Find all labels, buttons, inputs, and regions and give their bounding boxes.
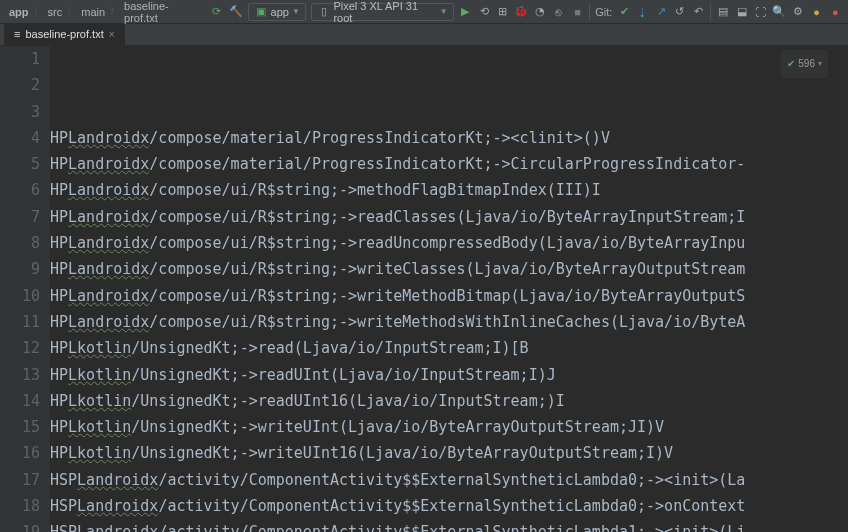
run-config-selector[interactable]: ▣ app ▼ [248, 3, 306, 21]
chevron-down-icon: ▼ [440, 7, 448, 16]
tab-baseline-prof[interactable]: ≡ baseline-prof.txt × [4, 23, 125, 45]
chevron-down-icon: ▼ [292, 7, 300, 16]
token-rest: /compose/material/ProgressIndicatorKt;->… [149, 129, 610, 147]
code-area[interactable]: ✔ 596 ▾ HPLandroidx/compose/material/Pro… [50, 46, 848, 532]
toolbar-right: ⟳ 🔨 ▣ app ▼ ▯ Pixel 3 XL API 31 root ▼ ▶… [210, 3, 842, 21]
profile-icon[interactable]: ◔ [533, 5, 547, 19]
token-class: Landroidx [68, 260, 149, 278]
error-dot-icon[interactable]: ● [828, 5, 842, 19]
toolbar-separator [589, 4, 590, 20]
code-line[interactable]: HPLandroidx/compose/ui/R$string;->method… [50, 177, 848, 203]
device-selector[interactable]: ▯ Pixel 3 XL API 31 root ▼ [311, 3, 454, 21]
token-prefix: HSP [50, 523, 77, 532]
sync-icon[interactable]: ⟳ [210, 5, 224, 19]
breadcrumb-seg-app[interactable]: app [6, 6, 32, 18]
search-icon[interactable]: 🔍 [772, 5, 786, 19]
settings-icon[interactable]: ⚙ [791, 5, 805, 19]
code-line[interactable]: HPLandroidx/compose/ui/R$string;->writeC… [50, 256, 848, 282]
phone-icon: ▯ [317, 5, 331, 19]
run-button[interactable]: ▶ [459, 5, 473, 19]
token-rest: /activity/ComponentActivity$$ExternalSyn… [158, 471, 745, 489]
code-line[interactable]: HPLkotlin/UnsignedKt;->readUInt(Ljava/io… [50, 362, 848, 388]
token-prefix: HP [50, 392, 68, 410]
breadcrumb-sep: 〉 [110, 5, 119, 18]
line-number: 19 [0, 519, 40, 532]
git-push-icon[interactable]: ↗ [655, 5, 669, 19]
line-number: 2 [0, 72, 40, 98]
code-line[interactable]: HPLkotlin/UnsignedKt;->readUInt16(Ljava/… [50, 388, 848, 414]
token-rest: /compose/ui/R$string;->writeMethodBitmap… [149, 287, 745, 305]
attach-icon[interactable]: ⎋ [552, 5, 566, 19]
elephant-icon[interactable]: ⛶ [754, 5, 768, 19]
stop-button[interactable]: ■ [571, 5, 585, 19]
line-number: 9 [0, 256, 40, 282]
code-line[interactable]: HPLkotlin/UnsignedKt;->writeUInt(Ljava/i… [50, 414, 848, 440]
line-number: 3 [0, 99, 40, 125]
breadcrumb[interactable]: app 〉 src 〉 main 〉 baseline-prof.txt [6, 0, 202, 24]
token-prefix: HP [50, 155, 68, 173]
line-number: 12 [0, 335, 40, 361]
code-line[interactable]: HPLandroidx/compose/ui/R$string;->readCl… [50, 204, 848, 230]
token-rest: /compose/ui/R$string;->readUncompressedB… [149, 234, 745, 252]
hammer-icon[interactable]: 🔨 [229, 5, 243, 19]
inspection-count: 596 [798, 51, 815, 77]
code-line[interactable]: HSPLandroidx/activity/ComponentActivity$… [50, 467, 848, 493]
breadcrumb-seg-file[interactable]: baseline-prof.txt [121, 0, 202, 24]
warning-dot-icon[interactable]: ● [810, 5, 824, 19]
code-line[interactable]: HPLandroidx/compose/ui/R$string;->writeM… [50, 309, 848, 335]
code-line[interactable]: HPLkotlin/UnsignedKt;->read(Ljava/io/Inp… [50, 335, 848, 361]
git-commit-icon[interactable]: ✔ [617, 5, 631, 19]
code-line[interactable]: HPLandroidx/compose/material/ProgressInd… [50, 151, 848, 177]
token-class: Landroidx [68, 287, 149, 305]
git-rollback-icon[interactable]: ↶ [692, 5, 706, 19]
debug-button[interactable]: 🐞 [514, 5, 528, 19]
device-label: Pixel 3 XL API 31 root [333, 0, 436, 24]
code-line[interactable]: HPLkotlin/UnsignedKt;->writeUInt16(Ljava… [50, 440, 848, 466]
code-line[interactable]: HSPLandroidx/activity/ComponentActivity$… [50, 493, 848, 519]
token-prefix: HSP [50, 471, 77, 489]
main-toolbar: app 〉 src 〉 main 〉 baseline-prof.txt ⟳ 🔨… [0, 0, 848, 24]
token-class: Landroidx [68, 155, 149, 173]
sdk-icon[interactable]: ⬓ [735, 5, 749, 19]
token-class: Lkotlin [68, 339, 131, 357]
token-rest: /activity/ComponentActivity$$ExternalSyn… [158, 497, 745, 515]
line-number: 16 [0, 440, 40, 466]
git-history-icon[interactable]: ↺ [673, 5, 687, 19]
token-class: Landroidx [68, 129, 149, 147]
coverage-icon[interactable]: ⊞ [496, 5, 510, 19]
token-rest: /compose/ui/R$string;->writeClasses(Ljav… [149, 260, 745, 278]
token-class: Landroidx [77, 471, 158, 489]
inspection-chip[interactable]: ✔ 596 ▾ [781, 50, 828, 78]
editor-tabs: ≡ baseline-prof.txt × [0, 24, 848, 46]
git-update-icon[interactable]: ⭭ [636, 5, 650, 19]
line-number: 8 [0, 230, 40, 256]
line-number: 10 [0, 283, 40, 309]
token-rest: /UnsignedKt;->writeUInt(Ljava/io/ByteArr… [131, 418, 664, 436]
apply-changes-icon[interactable]: ⟲ [477, 5, 491, 19]
android-icon: ▣ [254, 5, 268, 19]
line-number: 11 [0, 309, 40, 335]
code-line[interactable]: HPLandroidx/compose/material/ProgressInd… [50, 125, 848, 151]
breadcrumb-sep: 〉 [34, 5, 43, 18]
chevron-down-icon: ▾ [818, 51, 822, 77]
token-class: Landroidx [68, 234, 149, 252]
breadcrumb-seg-main[interactable]: main [78, 6, 108, 18]
breadcrumb-seg-src[interactable]: src [45, 6, 66, 18]
breadcrumb-sep: 〉 [67, 5, 76, 18]
token-class: Lkotlin [68, 418, 131, 436]
close-icon[interactable]: × [109, 29, 115, 40]
toolbar-separator [710, 4, 711, 20]
git-label: Git: [595, 6, 612, 18]
token-prefix: HP [50, 287, 68, 305]
avd-icon[interactable]: ▤ [716, 5, 730, 19]
token-prefix: HP [50, 339, 68, 357]
code-line[interactable]: HPLandroidx/compose/ui/R$string;->writeM… [50, 283, 848, 309]
code-line[interactable]: HSPLandroidx/activity/ComponentActivity$… [50, 519, 848, 532]
run-config-label: app [271, 6, 289, 18]
line-number: 4 [0, 125, 40, 151]
line-number: 15 [0, 414, 40, 440]
check-icon: ✔ [787, 51, 795, 77]
code-line[interactable]: HPLandroidx/compose/ui/R$string;->readUn… [50, 230, 848, 256]
line-number: 6 [0, 177, 40, 203]
token-prefix: HP [50, 366, 68, 384]
